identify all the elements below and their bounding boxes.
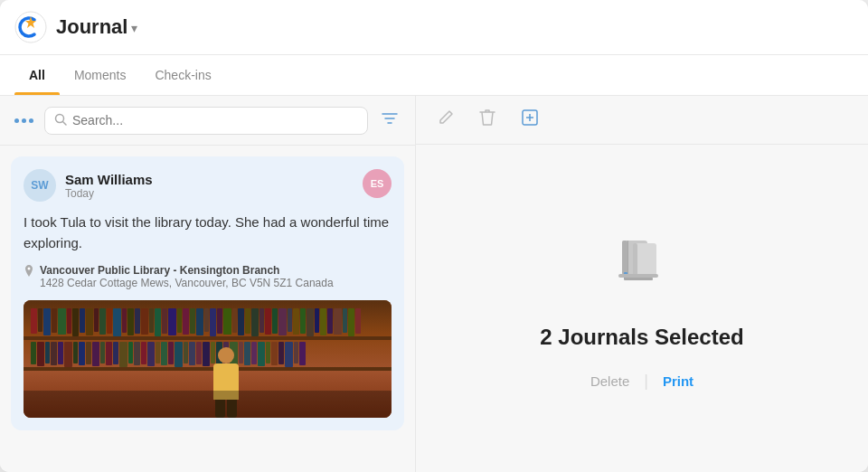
search-input[interactable] — [72, 113, 358, 127]
tab-moments[interactable]: Moments — [60, 55, 141, 95]
selected-journals-title: 2 Journals Selected — [540, 325, 743, 350]
delete-button[interactable] — [476, 105, 499, 135]
title-chevron-icon[interactable]: ▾ — [131, 21, 137, 35]
author-date: Today — [65, 187, 153, 200]
library-image — [24, 300, 392, 418]
app-logo-icon — [14, 11, 47, 43]
filter-button[interactable] — [375, 105, 404, 136]
location-name: Vancouver Public Library - Kensington Br… — [40, 264, 334, 277]
search-input-wrap — [44, 107, 368, 135]
dot-icon — [22, 118, 26, 123]
export-button[interactable] — [517, 105, 542, 135]
svg-point-7 — [28, 268, 31, 270]
book-icon-wrap — [606, 227, 678, 303]
journal-list: SW Sam Williams Today ES I took Tula to … — [0, 146, 415, 472]
edit-button[interactable] — [434, 106, 458, 134]
location-address: 1428 Cedar Cottage Mews, Vancouver, BC V… — [40, 277, 334, 289]
dot-icon — [14, 118, 19, 123]
svg-line-3 — [63, 121, 67, 125]
right-main-content: 2 Journals Selected Delete | Print — [416, 145, 868, 472]
author-avatar: SW — [24, 169, 56, 202]
card-body-text: I took Tula to visit the library today. … — [24, 212, 392, 253]
action-separator: | — [644, 372, 648, 391]
books-icon — [606, 227, 678, 299]
svg-rect-13 — [627, 241, 628, 275]
more-options-button[interactable] — [11, 115, 37, 127]
card-location: Vancouver Public Library - Kensington Br… — [24, 264, 392, 289]
action-row: Delete | Print — [590, 372, 693, 391]
tab-bar: All Moments Check-ins — [0, 55, 868, 96]
header: Journal ▾ — [0, 0, 868, 55]
svg-rect-12 — [622, 241, 627, 275]
card-author: SW Sam Williams Today — [24, 169, 153, 202]
svg-rect-15 — [633, 243, 637, 276]
dot-icon — [29, 118, 33, 123]
tab-checkins[interactable]: Check-ins — [140, 55, 225, 95]
svg-rect-18 — [624, 278, 653, 280]
secondary-avatar: ES — [363, 169, 392, 198]
left-panel: SW Sam Williams Today ES I took Tula to … — [0, 96, 416, 472]
app-title: Journal — [56, 15, 127, 39]
author-name: Sam Williams — [65, 172, 153, 187]
tab-all[interactable]: All — [14, 55, 60, 95]
author-info: Sam Williams Today — [65, 172, 153, 200]
bulk-delete-button[interactable]: Delete — [590, 373, 629, 389]
right-toolbar — [416, 96, 868, 145]
main-content: SW Sam Williams Today ES I took Tula to … — [0, 96, 868, 472]
journal-card[interactable]: SW Sam Williams Today ES I took Tula to … — [11, 156, 404, 430]
bulk-print-button[interactable]: Print — [663, 373, 693, 389]
search-bar — [0, 96, 415, 146]
search-icon — [54, 113, 67, 128]
card-image — [24, 300, 392, 418]
location-pin-icon — [24, 265, 34, 280]
right-panel: 2 Journals Selected Delete | Print — [416, 96, 868, 472]
card-header: SW Sam Williams Today ES — [24, 169, 392, 202]
svg-rect-17 — [618, 274, 658, 278]
app-window: Journal ▾ All Moments Check-ins — [0, 0, 868, 472]
location-details: Vancouver Public Library - Kensington Br… — [40, 264, 334, 289]
